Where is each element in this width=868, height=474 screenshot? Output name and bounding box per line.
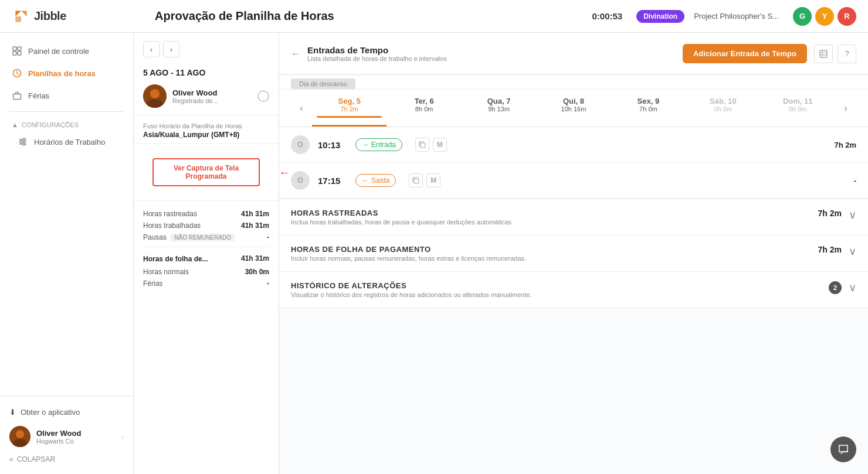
- section-payroll-title: HORAS DE FOLHA DE PAGAMENTO: [291, 245, 818, 254]
- day-tabs: Seg, 5 7h 2m Ter, 6 8h 0m Qua, 7 9h 13m …: [312, 90, 835, 127]
- bottom-sections: HORAS RASTREADAS Inclua horas trabalhada…: [279, 199, 868, 308]
- day-tab-4[interactable]: Sex, 9 7h 0m: [611, 90, 686, 127]
- svg-rect-26: [421, 143, 425, 148]
- middle-panel: ‹ › 5 AGO - 11 AGO Oliver Wood Registrad…: [134, 33, 279, 474]
- day-tab-3[interactable]: Qui, 8 10h 16m: [536, 90, 611, 127]
- copy-icon-0[interactable]: [415, 138, 429, 152]
- info-button[interactable]: ?: [838, 45, 856, 63]
- history-badge: 2: [829, 281, 842, 294]
- prev-week-button[interactable]: ‹: [143, 41, 160, 57]
- entry-total-1: -: [854, 176, 856, 185]
- expand-icon-0: ∨: [849, 209, 856, 221]
- day-tab-6[interactable]: Dom, 11 0h 0m: [761, 90, 835, 127]
- m-icon-1[interactable]: M: [426, 173, 440, 187]
- icon-buttons: ?: [814, 45, 856, 63]
- entry-in-arrow-0: →: [362, 141, 369, 149]
- divination-badge[interactable]: Divination: [636, 10, 684, 23]
- svg-rect-22: [820, 50, 827, 57]
- sidebar-label-settings: Configurações: [22, 121, 79, 128]
- entry-avatar-0: O: [291, 135, 310, 154]
- day-next-button[interactable]: ›: [835, 90, 856, 127]
- entries-subtitle: Lista detalhada de horas de trabalho e i…: [307, 55, 683, 62]
- copy-icon-1[interactable]: [409, 173, 423, 187]
- entries-info: Entradas de Tempo Lista detalhada de hor…: [307, 45, 683, 62]
- entry-type-1: Saída: [371, 176, 389, 185]
- main-header: ← Entradas de Tempo Lista detalhada de h…: [279, 33, 868, 75]
- avatar-green[interactable]: G: [793, 7, 812, 26]
- grid-icon: [12, 46, 22, 56]
- entry-icons-0: M: [415, 138, 447, 152]
- collapse-button[interactable]: « COLAPSAR: [9, 452, 124, 467]
- logo: Jibble: [12, 7, 145, 26]
- entry-badge-in-0: → Entrada: [355, 138, 402, 151]
- section-tracked-hours[interactable]: HORAS RASTREADAS Inclua horas trabalhada…: [279, 199, 868, 236]
- day-hours-4: 7h 0m: [616, 105, 681, 112]
- entry-badge-out-1: ← Saída: [355, 174, 396, 187]
- sidebar-section-settings[interactable]: ▲ Configurações: [0, 117, 133, 131]
- section-change-history[interactable]: HISTÓRICO DE ALTERAÇÕES Visualizar o his…: [279, 272, 868, 308]
- employee-card: Oliver Wood Registrado de...: [134, 80, 279, 115]
- rest-day-label: Dia de descanso: [291, 79, 355, 89]
- section-payroll-info: HORAS DE FOLHA DE PAGAMENTO Incluir hora…: [291, 245, 818, 262]
- add-entry-button[interactable]: Adicionar Entrada de Tempo: [683, 44, 807, 63]
- screenshot-button[interactable]: Ver Captura de Tela Programada: [152, 158, 260, 186]
- sidebar-label-timesheets: Planilhas de horas: [28, 69, 96, 78]
- day-tab-0[interactable]: Seg, 5 7h 2m: [312, 90, 386, 127]
- time-entry-0: O 10:13 → Entrada M 7h 2m: [279, 127, 868, 163]
- section-payroll-hours[interactable]: HORAS DE FOLHA DE PAGAMENTO Incluir hora…: [279, 236, 868, 272]
- day-tab-2[interactable]: Qua, 7 9h 13m: [462, 90, 536, 127]
- normal-hours-value: 30h 0m: [245, 268, 269, 276]
- next-week-button[interactable]: ›: [163, 41, 179, 57]
- avatar-yellow[interactable]: Y: [815, 7, 834, 26]
- user-info[interactable]: Oliver Wood Hogwarts Co ›: [9, 421, 124, 452]
- sidebar-item-dashboard[interactable]: Painel de controle: [0, 40, 133, 62]
- day-hours-0: 7h 2m: [317, 105, 382, 112]
- section-history-info: HISTÓRICO DE ALTERAÇÕES Visualizar o his…: [291, 281, 829, 298]
- chat-icon: [838, 444, 849, 455]
- stat-value-worked: 41h 31m: [241, 221, 269, 230]
- svg-point-17: [16, 430, 24, 438]
- avatar-red[interactable]: R: [838, 7, 856, 26]
- stat-divider: [143, 247, 269, 247]
- svg-rect-5: [18, 47, 21, 50]
- svg-point-20: [150, 89, 160, 98]
- section-history-title: HISTÓRICO DE ALTERAÇÕES: [291, 281, 829, 290]
- table-view-button[interactable]: [814, 45, 833, 63]
- not-paid-badge: NÃO REMUNERADO: [171, 234, 235, 241]
- vacation-value: -: [267, 279, 269, 288]
- svg-rect-6: [13, 52, 16, 55]
- sidebar-item-work-schedules[interactable]: Horários de Trabalho: [0, 131, 133, 153]
- stat-label-breaks: Pausas NÃO REMUNERADO: [143, 233, 235, 241]
- section-payroll-subtitle: Incluir horas normais, pausas remunerada…: [291, 255, 818, 262]
- chevron-right-icon: ›: [121, 432, 124, 441]
- stat-row-vacation: Férias -: [143, 278, 269, 289]
- clock-icon: [12, 68, 22, 79]
- svg-point-13: [23, 138, 25, 141]
- sidebar-footer: ⬇ Obter o aplicativo Oliver Wood Hogwart…: [0, 395, 133, 474]
- svg-rect-9: [13, 94, 21, 100]
- entry-icons-1: M: [409, 173, 440, 187]
- day-prev-button[interactable]: ‹: [291, 90, 312, 127]
- chat-bubble[interactable]: [830, 437, 856, 462]
- user-avatar: [9, 426, 30, 447]
- sidebar-item-timesheets[interactable]: Planilhas de horas: [0, 62, 133, 84]
- day-name-2: Qua, 7: [466, 97, 531, 105]
- entry-out-arrow-1: ←: [362, 176, 369, 185]
- day-tab-1[interactable]: Ter, 6 8h 0m: [386, 90, 461, 127]
- employee-check[interactable]: [257, 90, 269, 102]
- time-entries-list: O 10:13 → Entrada M 7h 2m O 17:15: [279, 127, 868, 474]
- timezone-section: Fuso Horário da Planilha de Horas Asia/K…: [134, 115, 279, 144]
- day-tab-5[interactable]: Sáb, 10 0h 0m: [686, 90, 760, 127]
- svg-marker-2: [15, 16, 21, 22]
- stat-value-tracked: 41h 31m: [241, 210, 269, 218]
- back-button[interactable]: ←: [291, 49, 300, 59]
- get-app-link[interactable]: ⬇ Obter o aplicativo: [9, 403, 124, 421]
- sidebar-item-vacations[interactable]: Férias: [0, 84, 133, 107]
- expand-icon-2: ∨: [849, 281, 856, 294]
- day-name-1: Ter, 6: [391, 97, 456, 105]
- section-tracked-subtitle: Inclua horas trabalhadas, horas de pausa…: [291, 219, 818, 226]
- arrow-indicator: ←: [279, 166, 290, 179]
- m-icon-0[interactable]: M: [433, 138, 447, 152]
- timezone-value: Asia/Kuala_Lumpur (GMT+8): [143, 131, 269, 139]
- sidebar-nav: Painel de controle Planilhas de horas Fé…: [0, 33, 133, 395]
